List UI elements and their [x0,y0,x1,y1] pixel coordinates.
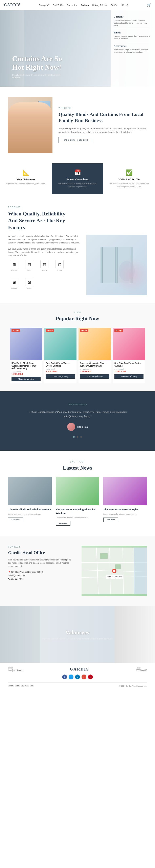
email-icon: ✉ [8,575,10,577]
news-card-1: The Best Blinds And Window Awnings Lorem… [8,477,52,526]
navbar-links: Trang chủ Giới Thiệu Sản phẩm Dịch vụ Nh… [39,3,128,7]
sidebar-blinds-desc: You can create a natural finish with the… [113,35,152,40]
contact-phone: 📞 801-123-4567 [8,578,74,580]
icon-pleated: ▣ Pleated [8,278,20,292]
sale-badge-3: đặc biệt [80,329,88,332]
news-img-2 [56,477,99,505]
footer-inner: Email info@studio.com GARDIS Hotline 000… [8,667,147,672]
measure-icon: 📐 [4,169,48,176]
welcome-title: Quality Blinds And Curtains From Local F… [58,111,147,124]
nav-link-about[interactable]: Giới Thiệu [53,4,63,6]
feature-1-desc: We provide the Expertise and Quality pro… [4,183,48,185]
banner-description: Premium Window Fashion Collection Award-… [43,638,112,640]
roller-icon: ▤ [25,260,33,268]
news-label: Last Post [8,461,147,463]
product-img-2: đặc biệt [44,328,77,360]
nav-link-contact[interactable]: Liên hệ [121,4,128,6]
about-us-button[interactable]: Find out more about us [58,137,92,143]
footer-email-block: Email info@studio.com [8,667,23,672]
sidebar-accessories-desc: An incredible range of decorative hardwa… [113,49,152,53]
nav-link-services[interactable]: Dịch vụ [81,4,88,6]
navbar: GARDIS Trang chủ Giới Thiệu Sản phẩm Dịc… [0,0,155,10]
product-info-2: Bold Eyelet Plush Woven Oyster Curtains … [44,360,77,381]
product-content: We provide premium quality blinds and cu… [8,235,147,295]
news-desc-2: Lorem ipsum dolor sit amet consectetur..… [56,517,99,519]
social-google[interactable]: g [81,675,86,679]
product-label: Product [8,206,147,208]
nav-link-products[interactable]: Sản phẩm [67,4,78,6]
product-name-1: Rèm Eyelet Plush Oyster Curtains Handmad… [11,362,41,370]
social-pinterest[interactable]: p [88,675,93,679]
dot-1[interactable] [73,436,75,438]
feature-2-title: At Your Convenience [56,178,99,181]
calendar-icon: 📅 [56,169,99,176]
cart-icon[interactable]: 🛒 [147,3,151,7]
sidebar-accessories-title: Accessories [113,44,152,48]
new-price-4: 1.200.000đ [114,370,144,373]
read-more-3[interactable]: Xem thêm [103,518,118,522]
old-price-3: 1.250.000đ [80,368,109,370]
sale-badge-4: đặc biệt [114,329,123,332]
testimonial-quote: "I chose Gardis because of their speed o… [27,410,128,418]
banner-content: Valanceev Premium Window Fashion Collect… [43,629,112,640]
add-cart-button-4[interactable]: Thêm vào giỏ hàng [114,374,144,379]
footer-email: info@studio.com [8,669,23,672]
svg-rect-16 [134,548,147,594]
navbar-logo: GARDIS [4,3,21,7]
nav-link-home[interactable]: Trang chủ [39,4,49,6]
testimonial-dots [8,435,147,438]
payment-icons: VISA MC PayPal AE [8,685,34,687]
footer-phone: 0000000000 [136,669,147,672]
social-linkedin[interactable]: in [75,675,80,679]
hero-title: Curtains Are So Hot Right Now! [12,54,66,72]
venetian-icon: ▥ [10,260,18,268]
product-card-2: đặc biệt Bold Eyelet Plush Woven Oyster … [44,328,77,383]
contact-email: ✉ info@studio.com [8,575,74,577]
read-more-2[interactable]: Xem thêm [56,521,71,526]
nav-link-wonder[interactable]: Những điều kỳ [93,4,107,6]
sidebar-item-curtains[interactable]: Curtains Discover our stunning curtain c… [113,13,152,29]
features-section: 📐 Made To Measure We provide the Experti… [0,163,155,198]
dot-2[interactable] [77,436,78,438]
footer-copyright: © 2024 Gardis. All rights reserved. [119,685,147,687]
vision-icon: ▨ [25,278,33,286]
product-info-4: Đơn Giản Egg Plush Oyster Curtains 1.250… [113,360,145,381]
news-title: Lastest News [8,465,147,471]
payment-mc: MC [15,685,20,687]
contact-map[interactable]: Thành phố New York [81,546,147,596]
testimonial-avatar [67,423,75,431]
read-more-1[interactable]: Xem thêm [8,518,23,522]
banner-curtain-right [114,606,155,663]
pleated-icon: ▣ [10,278,18,286]
dot-3[interactable] [80,436,82,438]
welcome-section: Welcome Quality Blinds And Curtains From… [0,87,155,163]
hero-content: Curtains Are So Hot Right Now! It's all … [0,46,78,87]
social-facebook[interactable]: f [62,675,67,679]
icon-vision: ▨ Vision [23,278,35,292]
phone-icon: 📞 [8,578,11,580]
svg-text:Thành phố New York: Thành phố New York [106,576,122,578]
sidebar-item-blinds[interactable]: Blinds You can create a natural finish w… [113,29,152,42]
sidebar-item-accessories[interactable]: Accessories An incredible range of decor… [113,42,152,55]
svg-point-20 [113,570,115,572]
product-section: Product When Quality, Reliability And Se… [0,198,155,303]
product-text: We provide premium quality blinds and cu… [8,235,80,295]
social-twitter[interactable]: t [69,675,74,679]
product-title: When Quality, Reliability And Service Ar… [8,210,69,231]
product-icons-list: ▥ Venetian ▤ Roller ▦ Vertical ▢ Roman ▣ [8,260,80,292]
footer-social: f t in g p [8,675,147,679]
feature-do-it-all: ✅ We Do It All For You We service to ins… [103,163,155,194]
add-cart-button-3[interactable]: Thêm vào giỏ hàng [80,374,109,379]
svg-rect-17 [100,553,108,559]
news-img-1 [8,477,52,505]
add-cart-button-2[interactable]: Thêm vào giỏ hàng [46,374,75,379]
contact-description: Nam liber tempor cum soluta nobis eligen… [8,558,74,568]
nav-link-news[interactable]: Tin tức [111,4,118,6]
product-desc-1: We provide premium quality blinds and cu… [8,235,80,244]
vision-label: Vision [23,287,35,289]
contact-info: Contact Gardis Head Office Nam liber tem… [8,546,74,596]
icon-roller: ▤ Roller [23,260,35,275]
new-price-1: 1.200.000đ [11,373,41,375]
product-card-1: đặc biệt Rèm Eyelet Plush Oyster Curtain… [10,328,42,383]
add-cart-button-1[interactable]: Thêm vào giỏ hàng [11,377,41,381]
